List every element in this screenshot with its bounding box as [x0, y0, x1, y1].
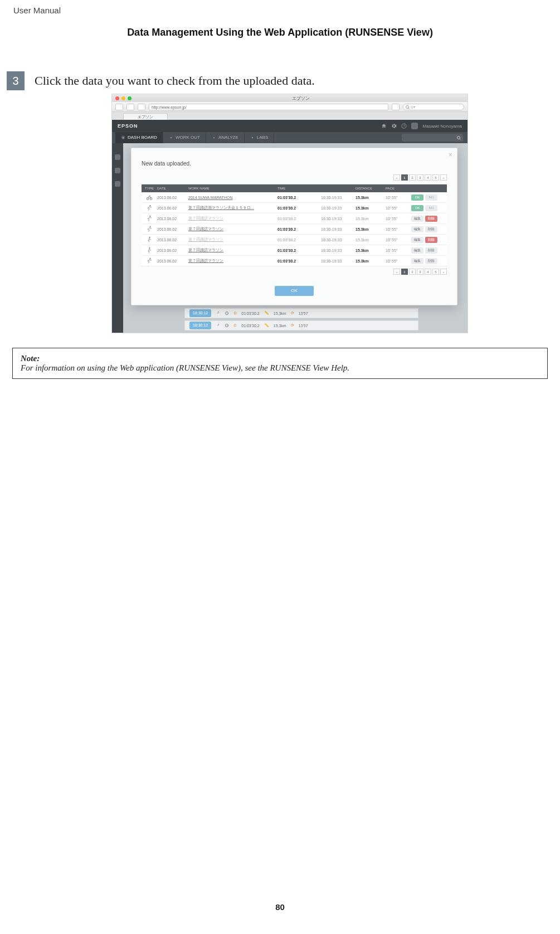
- pager-prev[interactable]: «: [393, 174, 400, 181]
- back-button[interactable]: [115, 104, 123, 110]
- run-icon: [216, 311, 220, 315]
- table-row[interactable]: 2013.06.02第７回諏訪マラソン01:03'30.218:30-19:33…: [142, 256, 447, 266]
- nav-tab-workout[interactable]: WORK OUT: [163, 132, 206, 143]
- edit-tag[interactable]: 編集: [411, 237, 423, 243]
- left-rail: [112, 143, 123, 333]
- cell-time: 01:03'30.2: [277, 259, 318, 263]
- ok-tag[interactable]: OK: [411, 205, 423, 211]
- summary-distance: 15.3km: [274, 324, 286, 328]
- cell-work-name[interactable]: 2014 SUWA MARATHON: [188, 196, 274, 200]
- edit-tag[interactable]: 編集: [411, 247, 423, 254]
- close-icon[interactable]: ×: [449, 152, 452, 158]
- pager-page[interactable]: 5: [432, 269, 439, 275]
- browser-search-field[interactable]: Q▾: [403, 104, 464, 110]
- address-field[interactable]: http://www.epson.jp/: [149, 104, 388, 110]
- cell-time: 01:03'30.2: [277, 206, 318, 210]
- browser-tab[interactable]: エプソン: [123, 113, 168, 120]
- delete-tag[interactable]: 削除: [425, 216, 437, 222]
- pager-page[interactable]: 3: [417, 269, 423, 275]
- edit-tag[interactable]: 編集: [411, 258, 423, 264]
- reload-button[interactable]: [392, 104, 400, 110]
- help-icon[interactable]: ?: [401, 123, 407, 129]
- no-tag[interactable]: NO: [425, 194, 437, 201]
- delete-tag[interactable]: 削除: [425, 258, 437, 264]
- window-title: エプソン: [134, 95, 468, 101]
- clock-icon-indicator: ⊙: [233, 311, 237, 315]
- site-search-field[interactable]: [402, 134, 463, 142]
- cell-work-name[interactable]: 第７回諏訪マラソン: [188, 258, 274, 264]
- summary-distance: 15.3km: [274, 312, 286, 315]
- delete-tag[interactable]: 削除: [425, 247, 437, 254]
- bookmark-button[interactable]: [138, 104, 145, 110]
- summary-avg: 13'57: [299, 312, 308, 315]
- rail-icon[interactable]: [115, 168, 120, 173]
- rail-icon[interactable]: [115, 181, 120, 187]
- svg-point-14: [150, 226, 151, 227]
- search-icon: [406, 105, 409, 109]
- close-traffic-icon[interactable]: [115, 96, 119, 100]
- nav-tab-analyze[interactable]: ANALYZE: [206, 132, 245, 143]
- table-row[interactable]: 2013.06.02第７回諏訪湖マラソン大会１５キロ...01:03'30.21…: [142, 203, 447, 213]
- cell-actions: 編集削除: [411, 258, 444, 264]
- cell-work-name[interactable]: 第７回諏訪マラソン: [188, 226, 274, 232]
- table-row[interactable]: 2013.06.02第７回諏訪マラソン01:03'30.218:30-19:33…: [142, 224, 447, 235]
- pager-page[interactable]: 2: [409, 269, 416, 275]
- ok-button[interactable]: OK: [275, 286, 314, 296]
- delete-tag[interactable]: 削除: [425, 237, 437, 243]
- user-avatar[interactable]: [411, 123, 418, 129]
- table-row[interactable]: 2013.06.02第７回諏訪マラソン01:03'30.218:30-19:33…: [142, 245, 447, 256]
- pager-next[interactable]: »: [440, 174, 447, 181]
- cell-work-name[interactable]: 第７回諏訪マラソン: [188, 216, 274, 221]
- cell-time: 01:03'30.2: [277, 238, 318, 242]
- summary-row: 18:30:12 ⊙ 01:03'30.2 📏 15.3km ⟳ 13'57: [184, 308, 418, 318]
- table-row[interactable]: 2013.06.02第７回諏訪マラソン01:03'30.218:30-19:33…: [142, 235, 447, 245]
- delete-tag[interactable]: 削除: [425, 226, 437, 232]
- ok-tag[interactable]: OK: [411, 194, 423, 201]
- summary-row: 18:30:12 ⊙ 01:03'30.2 📏 15.3km ⟳ 13'57: [184, 320, 418, 330]
- cell-work-name[interactable]: 第７回諏訪マラソン: [188, 247, 274, 253]
- pager-page[interactable]: 4: [425, 174, 431, 181]
- cell-work-name[interactable]: 第７回諏訪湖マラソン大会１５キロ...: [188, 205, 274, 211]
- svg-point-17: [150, 258, 151, 259]
- cell-actions: 編集削除: [411, 216, 444, 222]
- gear-icon: [121, 135, 125, 140]
- embedded-screenshot: エプソン http://www.epson.jp/ Q▾ エプソン EPSON …: [111, 94, 468, 333]
- pager-prev[interactable]: «: [393, 269, 400, 275]
- cell-work-name[interactable]: 第７回諏訪マラソン: [188, 237, 274, 242]
- cell-distance: 15.3km: [356, 238, 382, 242]
- cell-actions: 編集削除: [411, 247, 444, 254]
- table-row[interactable]: 2013.06.02第７回諏訪マラソン01:03'30.218:30-19:33…: [142, 213, 447, 224]
- cell-distance: 15.3km: [356, 249, 382, 252]
- table-row[interactable]: 2013.06.022014 SUWA MARATHON01:03'30.218…: [142, 192, 447, 203]
- forward-button[interactable]: [126, 104, 134, 110]
- th-work-name: WORK NAME: [188, 187, 274, 190]
- pager-page[interactable]: 3: [417, 174, 423, 181]
- settings-gear-icon[interactable]: [391, 123, 397, 129]
- svg-point-4: [213, 137, 215, 138]
- minimize-traffic-icon[interactable]: [121, 96, 125, 100]
- cell-pace: 10' 55": [386, 217, 408, 221]
- zoom-traffic-icon[interactable]: [128, 96, 132, 100]
- time-chip: 18:30:12: [189, 322, 211, 329]
- home-icon[interactable]: [381, 123, 387, 129]
- upload-modal: × New data uploaded. « 1 2 3 4 5 » TYPE …: [131, 148, 457, 305]
- edit-tag[interactable]: 編集: [411, 216, 423, 222]
- edit-tag[interactable]: 編集: [411, 226, 423, 232]
- no-tag[interactable]: NO: [425, 205, 437, 211]
- pager-next[interactable]: »: [440, 269, 447, 275]
- cell-distance: 15.3km: [356, 217, 382, 221]
- pager-page[interactable]: 5: [432, 174, 439, 181]
- nav-tab-labs[interactable]: LABS: [245, 132, 274, 143]
- nav-tab-dashboard[interactable]: DASH BOARD: [115, 132, 163, 143]
- pager-page[interactable]: 1: [401, 269, 408, 275]
- cell-date: 2013.06.02: [157, 259, 185, 263]
- pager-page[interactable]: 2: [409, 174, 416, 181]
- cell-actions: 編集削除: [411, 226, 444, 232]
- nav-label: WORK OUT: [176, 132, 200, 143]
- run-icon: [145, 215, 154, 222]
- pager-bottom: « 1 2 3 4 5 »: [132, 266, 457, 278]
- pager-page[interactable]: 4: [425, 269, 431, 275]
- rail-icon[interactable]: [115, 154, 120, 160]
- pager-page[interactable]: 1: [401, 174, 408, 181]
- cell-pace: 10' 55": [386, 259, 408, 263]
